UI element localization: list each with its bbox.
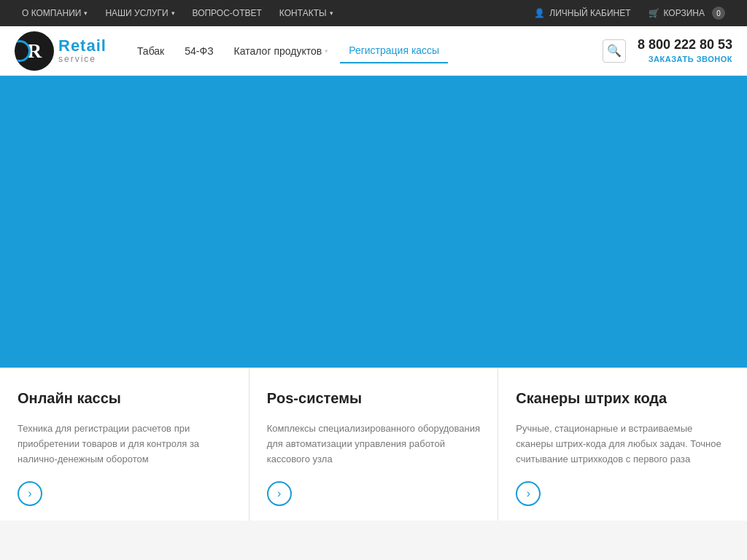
user-icon: 👤	[534, 8, 545, 18]
phone-number: 8 800 222 80 53	[638, 37, 732, 52]
product-title-2: Сканеры штрих кода	[516, 390, 729, 407]
product-desc-0: Техника для регистрации расчетов при при…	[18, 421, 231, 467]
nav-register-kassa[interactable]: Регистрация кассы	[340, 39, 448, 63]
top-bar: О КОМПАНИИ ▾ НАШИ УСЛУГИ ▾ ВОПРОС-ОТВЕТ …	[0, 0, 747, 26]
cart-icon: 🛒	[649, 8, 659, 18]
product-desc-1: Комплексы специализированного оборудован…	[267, 421, 481, 467]
top-nav-services[interactable]: НАШИ УСЛУГИ ▾	[105, 8, 174, 18]
product-card-2: Сканеры штрих кода Ручные, стационарные …	[498, 368, 747, 521]
nav-tabak[interactable]: Табак	[128, 39, 173, 63]
phone-block: 8 800 222 80 53 ЗАКАЗАТЬ ЗВОНОК	[638, 37, 732, 64]
top-nav-about[interactable]: О КОМПАНИИ ▾	[22, 8, 88, 18]
cart-count: 0	[712, 7, 725, 20]
product-desc-2: Ручные, стационарные и встраиваемые скан…	[516, 421, 729, 467]
logo-circle: R	[15, 31, 54, 71]
callback-link[interactable]: ЗАКАЗАТЬ ЗВОНОК	[649, 55, 732, 63]
chevron-icon: ▾	[171, 9, 175, 17]
top-nav-contacts[interactable]: КОНТАКТЫ ▾	[279, 8, 333, 18]
user-cabinet-link[interactable]: 👤 ЛИЧНЫЙ КАБИНЕТ	[534, 8, 630, 18]
search-icon: 🔍	[607, 44, 622, 58]
arrow-right-icon: ›	[527, 487, 530, 500]
product-more-btn-1[interactable]: ›	[267, 481, 292, 506]
hero-banner	[0, 76, 747, 368]
top-right: 👤 ЛИЧНЫЙ КАБИНЕТ 🛒 КОРЗИНА 0	[534, 7, 725, 20]
header: R Retail service Табак 54-ФЗ Каталог про…	[0, 26, 747, 76]
product-more-btn-2[interactable]: ›	[516, 481, 541, 506]
logo-text: Retail service	[58, 37, 107, 64]
chevron-icon: ▾	[330, 9, 333, 17]
product-card-1: Pos-системы Комплексы специализированног…	[249, 368, 499, 521]
arrow-right-icon: ›	[277, 487, 281, 500]
chevron-down-icon: ▾	[325, 47, 328, 55]
logo-service-text: service	[58, 55, 107, 64]
products-section: Онлайн кассы Техника для регистрации рас…	[0, 368, 747, 521]
product-title-1: Pos-системы	[267, 390, 481, 407]
header-right: 🔍 8 800 222 80 53 ЗАКАЗАТЬ ЗВОНОК	[603, 37, 732, 64]
chevron-icon: ▾	[84, 9, 88, 17]
product-card-0: Онлайн кассы Техника для регистрации рас…	[0, 368, 249, 521]
top-nav: О КОМПАНИИ ▾ НАШИ УСЛУГИ ▾ ВОПРОС-ОТВЕТ …	[22, 8, 333, 18]
product-more-btn-0[interactable]: ›	[18, 481, 42, 506]
search-button[interactable]: 🔍	[603, 39, 626, 63]
nav-catalog[interactable]: Каталог продуктов ▾	[225, 39, 338, 63]
top-nav-faq[interactable]: ВОПРОС-ОТВЕТ	[193, 8, 262, 18]
cart-link[interactable]: 🛒 КОРЗИНА 0	[649, 7, 725, 20]
arrow-right-icon: ›	[28, 487, 31, 500]
logo[interactable]: R Retail service	[15, 31, 107, 71]
main-nav: Табак 54-ФЗ Каталог продуктов ▾ Регистра…	[128, 39, 603, 63]
product-title-0: Онлайн кассы	[18, 390, 231, 407]
logo-retail-text: Retail	[58, 37, 107, 55]
nav-54fz[interactable]: 54-ФЗ	[176, 39, 222, 63]
